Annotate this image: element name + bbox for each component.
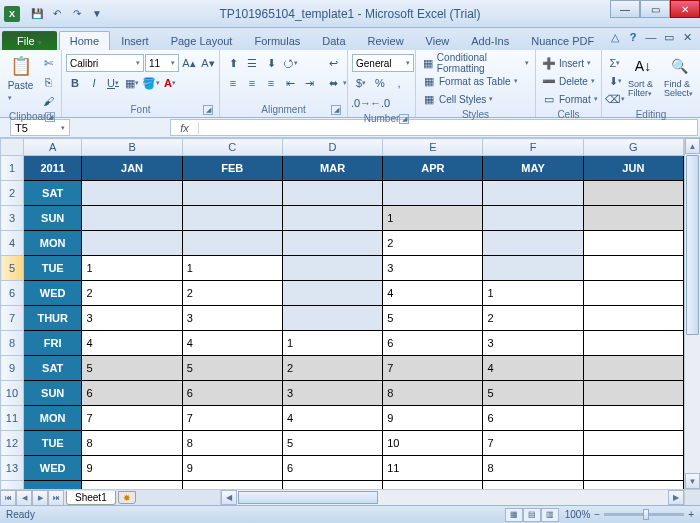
cell[interactable] xyxy=(383,181,483,206)
cell[interactable]: 9 xyxy=(483,481,583,490)
cell[interactable]: 3 xyxy=(383,256,483,281)
cell[interactable] xyxy=(583,356,683,381)
column-header[interactable]: A xyxy=(23,139,81,156)
cell[interactable]: 7 xyxy=(483,431,583,456)
comma-button[interactable]: , xyxy=(390,74,408,92)
next-sheet-icon[interactable]: ▶ xyxy=(32,490,48,506)
insert-cells-button[interactable]: ➕Insert ▾ xyxy=(540,54,593,72)
cell[interactable] xyxy=(583,256,683,281)
cell[interactable] xyxy=(583,306,683,331)
wrap-text-button[interactable]: ↩ xyxy=(324,54,349,72)
cell[interactable]: 3 xyxy=(82,306,182,331)
row-header[interactable]: 2 xyxy=(1,181,24,206)
cell[interactable]: 6 xyxy=(282,456,382,481)
cell[interactable]: 2 xyxy=(282,356,382,381)
cell[interactable]: 10 xyxy=(182,481,282,490)
first-sheet-icon[interactable]: ⏮ xyxy=(0,490,16,506)
column-header[interactable]: C xyxy=(182,139,282,156)
row-header[interactable]: 14 xyxy=(1,481,24,490)
dialog-launcher-icon[interactable]: ◢ xyxy=(331,105,341,115)
cell[interactable] xyxy=(82,181,182,206)
sort-filter-button[interactable]: A↓ Sort & Filter▾ xyxy=(626,52,660,100)
minimize-button[interactable]: — xyxy=(610,0,640,18)
redo-icon[interactable]: ↷ xyxy=(68,5,86,23)
autosum-button[interactable]: Σ▾ xyxy=(606,54,624,72)
h-scroll-track[interactable]: ◀ ▶ xyxy=(220,490,684,505)
fx-icon[interactable]: fx xyxy=(171,122,199,134)
cell[interactable]: TUE xyxy=(23,431,81,456)
row-header[interactable]: 1 xyxy=(1,156,24,181)
bold-button[interactable]: B xyxy=(66,74,84,92)
column-header[interactable]: G xyxy=(583,139,683,156)
normal-view-button[interactable]: ▦ xyxy=(505,508,523,522)
doc-minimize-icon[interactable]: — xyxy=(644,30,658,44)
cell[interactable]: 1 xyxy=(182,256,282,281)
tab-add-ins[interactable]: Add-Ins xyxy=(460,31,520,50)
cell[interactable]: THUR xyxy=(23,481,81,490)
cell[interactable]: FRI xyxy=(23,331,81,356)
cell[interactable]: 2 xyxy=(383,231,483,256)
cell[interactable]: 2 xyxy=(182,281,282,306)
scroll-down-icon[interactable]: ▼ xyxy=(685,473,700,489)
cell[interactable]: 1 xyxy=(383,206,483,231)
cut-button[interactable]: ✄ xyxy=(39,54,57,72)
cell[interactable]: 3 xyxy=(182,306,282,331)
prev-sheet-icon[interactable]: ◀ xyxy=(16,490,32,506)
dialog-launcher-icon[interactable]: ◢ xyxy=(45,112,55,122)
cell[interactable]: JAN xyxy=(82,156,182,181)
cell[interactable]: TUE xyxy=(23,256,81,281)
cell[interactable] xyxy=(282,281,382,306)
cell[interactable]: 9 xyxy=(182,456,282,481)
underline-button[interactable]: U▾ xyxy=(104,74,122,92)
new-sheet-icon[interactable]: ✸ xyxy=(118,491,136,504)
save-icon[interactable]: 💾 xyxy=(28,5,46,23)
cell[interactable]: 1 xyxy=(483,281,583,306)
cell[interactable] xyxy=(583,181,683,206)
cell[interactable]: 4 xyxy=(82,331,182,356)
align-middle-button[interactable]: ☰ xyxy=(243,54,261,72)
font-name-combo[interactable]: Calibri▾ xyxy=(66,54,144,72)
cell[interactable]: 5 xyxy=(483,381,583,406)
tab-review[interactable]: Review xyxy=(357,31,415,50)
cell[interactable] xyxy=(182,181,282,206)
cell[interactable]: SAT xyxy=(23,181,81,206)
percent-button[interactable]: % xyxy=(371,74,389,92)
undo-icon[interactable]: ↶ xyxy=(48,5,66,23)
row-header[interactable]: 4 xyxy=(1,231,24,256)
sheet-tab-active[interactable]: Sheet1 xyxy=(66,491,116,505)
align-top-button[interactable]: ⬆ xyxy=(224,54,242,72)
cell[interactable] xyxy=(583,206,683,231)
cell[interactable]: 1 xyxy=(82,256,182,281)
tab-view[interactable]: View xyxy=(415,31,461,50)
accounting-button[interactable]: $▾ xyxy=(352,74,370,92)
cell[interactable] xyxy=(282,231,382,256)
cell[interactable]: 8 xyxy=(483,456,583,481)
cell[interactable]: WED xyxy=(23,281,81,306)
cell-styles-button[interactable]: ▦Cell Styles ▾ xyxy=(420,90,495,108)
last-sheet-icon[interactable]: ⏭ xyxy=(48,490,64,506)
zoom-in-button[interactable]: + xyxy=(688,509,694,520)
align-left-button[interactable]: ≡ xyxy=(224,74,242,92)
cell[interactable] xyxy=(282,306,382,331)
align-center-button[interactable]: ≡ xyxy=(243,74,261,92)
cell[interactable]: 5 xyxy=(383,306,483,331)
row-header[interactable]: 9 xyxy=(1,356,24,381)
column-header[interactable]: B xyxy=(82,139,182,156)
doc-close-icon[interactable]: ✕ xyxy=(680,30,694,44)
cell[interactable]: 5 xyxy=(182,356,282,381)
cell[interactable] xyxy=(483,256,583,281)
align-bottom-button[interactable]: ⬇ xyxy=(262,54,280,72)
qat-customize-icon[interactable]: ▼ xyxy=(88,5,106,23)
cell[interactable]: 11 xyxy=(383,456,483,481)
cell[interactable]: SUN xyxy=(23,381,81,406)
dialog-launcher-icon[interactable]: ◢ xyxy=(203,105,213,115)
cell[interactable]: 5 xyxy=(82,356,182,381)
cell[interactable]: FEB xyxy=(182,156,282,181)
cell[interactable]: 4 xyxy=(483,356,583,381)
delete-cells-button[interactable]: ➖Delete ▾ xyxy=(540,72,597,90)
worksheet-grid[interactable]: ABCDEFG12011JANFEBMARAPRMAYJUN2SAT3SUN14… xyxy=(0,138,684,489)
cell[interactable]: MAR xyxy=(282,156,382,181)
row-header[interactable]: 3 xyxy=(1,206,24,231)
dialog-launcher-icon[interactable]: ◢ xyxy=(399,114,409,124)
cell[interactable]: 1 xyxy=(282,331,382,356)
